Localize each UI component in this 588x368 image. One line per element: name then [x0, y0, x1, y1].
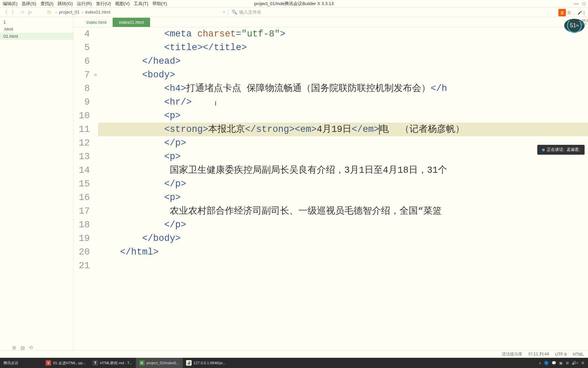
- bottom-toolbar: ⊞ ▤ ⟲: [12, 345, 33, 350]
- sidebar-item-active[interactable]: 01.html: [0, 33, 73, 40]
- tray-icon[interactable]: ▣: [559, 361, 562, 365]
- status-encoding[interactable]: UTF-8: [555, 352, 567, 357]
- menu-tools[interactable]: 工具(T): [134, 1, 148, 7]
- sync-icon[interactable]: ⟲: [29, 345, 33, 350]
- favorite-icon[interactable]: ☆: [20, 10, 24, 15]
- toolbar: 〈 〉 ☆ ▷ 🗀 › project_01 › index01.html ▾ …: [0, 7, 588, 17]
- nav-forward-icon[interactable]: 〉: [12, 9, 16, 15]
- network-stats: ↑ 58.2 ↓ 2.3: [579, 19, 588, 26]
- menu-view[interactable]: 视图(V): [115, 1, 130, 7]
- tab-index[interactable]: index.html: [80, 18, 113, 27]
- nav-back-icon[interactable]: 〈: [3, 9, 7, 15]
- tab-index01[interactable]: index01.html: [113, 18, 150, 27]
- tray-icon[interactable]: 🖥: [565, 361, 569, 365]
- menu-find[interactable]: 查找(I): [40, 1, 53, 7]
- file-explorer: 1 .html 01.html: [0, 17, 74, 350]
- menu-run[interactable]: 运行(R): [77, 1, 92, 7]
- folder-icon: 🗀: [47, 10, 51, 15]
- window-title: project_01/inde腾讯会议Builder X 3.3.13: [254, 1, 333, 7]
- search-icon[interactable]: 🔍: [232, 10, 237, 15]
- tray-icon[interactable]: ∧: [539, 361, 541, 365]
- ime-indicator[interactable]: S 英 ， 🎤 [: [558, 9, 585, 16]
- dropdown-icon[interactable]: ▾: [223, 10, 225, 15]
- menu-publish[interactable]: 发行(U): [96, 1, 111, 7]
- maximize-icon[interactable]: □: [583, 1, 585, 6]
- tray-icon[interactable]: 🔊×: [572, 361, 578, 365]
- taskbar-item[interactable]: V01-走进HTML-.pp...: [42, 358, 89, 368]
- statusbar: 语法提示库 行:11 列:44 UTF-8 HTML: [0, 350, 588, 358]
- menu-edit[interactable]: 编辑(E): [3, 1, 17, 7]
- minimize-icon[interactable]: —: [574, 1, 578, 6]
- sidebar-item[interactable]: .html: [0, 26, 73, 33]
- tray-icon[interactable]: 💬: [552, 361, 556, 365]
- taskbar-item[interactable]: THTML教程.md - T...: [89, 358, 136, 368]
- status-position[interactable]: 行:11 列:44: [528, 351, 549, 357]
- tray-icon[interactable]: 🔵: [544, 361, 549, 365]
- status-language[interactable]: HTML: [573, 352, 584, 357]
- list-icon[interactable]: ⊞: [12, 345, 16, 350]
- taskbar-item[interactable]: 127.0.0.1:8848/pr...: [183, 358, 229, 368]
- menu-help[interactable]: 帮助(Y): [152, 1, 167, 7]
- menu-select[interactable]: 选择(S): [21, 1, 36, 7]
- mic-icon: 🎤: [577, 11, 582, 15]
- speaking-indicator: 正在讲话: 孟淑君;: [537, 145, 585, 155]
- code-editor[interactable]: 456789101112131415161718192021 ⊟ <meta c…: [74, 27, 588, 350]
- menubar: 编辑(E) 选择(S) 查找(I) 跳转(G) 运行(R) 发行(U) 视图(V…: [0, 0, 588, 7]
- line-gutter: 456789101112131415161718192021: [74, 27, 93, 350]
- breadcrumb[interactable]: › project_01 › index01.html: [55, 10, 110, 15]
- menu-goto[interactable]: 跳转(G): [58, 1, 73, 7]
- tray-icon[interactable]: ⚙: [581, 361, 585, 365]
- fold-column[interactable]: ⊟: [93, 27, 98, 350]
- status-syntax[interactable]: 语法提示库: [502, 351, 522, 357]
- editor-tabs: index.html index01.html: [74, 17, 588, 27]
- taskbar-item[interactable]: Hproject_01/index0...: [136, 358, 183, 368]
- code-area[interactable]: <meta charset="utf-8"> <title></title> <…: [98, 27, 588, 350]
- taskbar-meeting[interactable]: 腾讯会议: [0, 358, 22, 368]
- run-icon[interactable]: ▷: [29, 10, 32, 15]
- terminal-icon[interactable]: ▤: [20, 345, 25, 350]
- mic-icon: [542, 149, 545, 151]
- system-tray[interactable]: ∧ 🔵 💬 ▣ 🖥 🔊× ⚙: [539, 361, 588, 365]
- text-cursor-icon: I: [215, 100, 216, 107]
- taskbar: 腾讯会议 V01-走进HTML-.pp...THTML教程.md - T...H…: [0, 358, 588, 368]
- search-input[interactable]: 输入文件名: [239, 9, 261, 15]
- sidebar-item[interactable]: 1: [0, 18, 73, 26]
